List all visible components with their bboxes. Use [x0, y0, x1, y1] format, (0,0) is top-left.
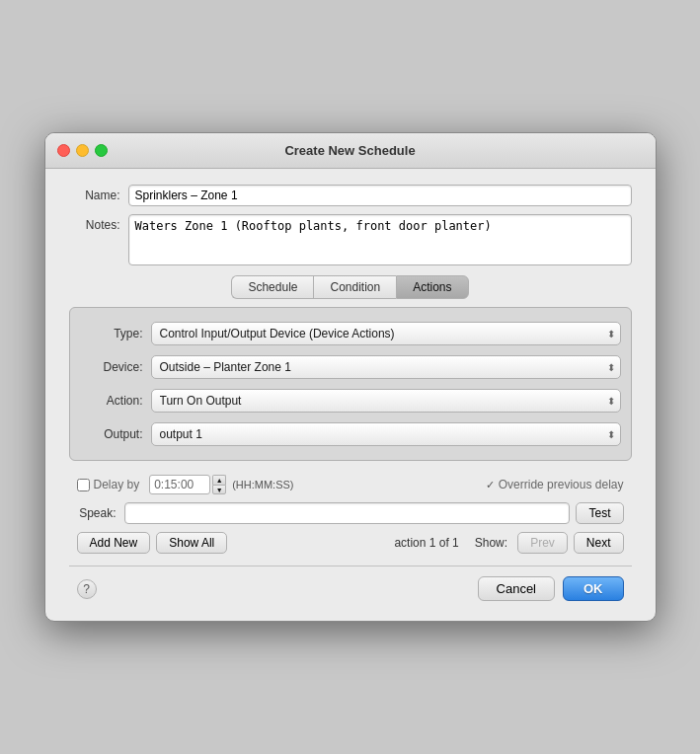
bottom-area: Delay by ▲ ▼ (HH:MM:SS) Override previou… [69, 469, 632, 558]
output-row: Output: output 1 ⬍ [80, 422, 621, 446]
titlebar: Create New Schedule [45, 133, 656, 169]
test-button[interactable]: Test [576, 502, 623, 524]
action-select-wrapper: Turn On Output ⬍ [151, 389, 621, 413]
device-select-wrapper: Outside – Planter Zone 1 ⬍ [151, 355, 621, 379]
help-button[interactable]: ? [77, 579, 97, 599]
delay-checkbox-label: Delay by [77, 478, 140, 491]
show-all-button[interactable]: Show All [156, 532, 227, 554]
stepper-down[interactable]: ▼ [212, 485, 226, 494]
ok-button[interactable]: OK [563, 576, 624, 601]
window-body: Name: Notes: Waters Zone 1 (Rooftop plan… [45, 169, 656, 621]
hms-label: (HH:MM:SS) [232, 479, 293, 490]
override-label: Override previous delay [486, 478, 624, 491]
output-select[interactable]: output 1 [151, 422, 621, 446]
minimize-button[interactable] [76, 144, 89, 157]
override-check-icon [486, 478, 495, 491]
next-button[interactable]: Next [574, 532, 624, 554]
type-select[interactable]: Control Input/Output Device (Device Acti… [151, 322, 621, 345]
notes-row: Notes: Waters Zone 1 (Rooftop plants, fr… [69, 214, 632, 265]
close-button[interactable] [57, 144, 70, 157]
footer-buttons: ? Cancel OK [69, 566, 632, 605]
window-title: Create New Schedule [284, 143, 415, 158]
traffic-lights [57, 144, 108, 157]
tab-schedule[interactable]: Schedule [231, 275, 313, 299]
delay-label-text: Delay by [94, 478, 140, 491]
action-nav-row: Add New Show All action 1 of 1 Show: Pre… [77, 532, 624, 554]
tabs-row: Schedule Condition Actions [69, 275, 632, 299]
device-label: Device: [80, 360, 151, 374]
speak-row: Speak: Test [77, 502, 624, 524]
notes-label: Notes: [69, 218, 128, 232]
footer-right-buttons: Cancel OK [478, 576, 624, 601]
type-label: Type: [80, 327, 151, 340]
delay-time-group: ▲ ▼ (HH:MM:SS) [149, 475, 293, 494]
device-select[interactable]: Outside – Planter Zone 1 [151, 355, 621, 379]
prev-button[interactable]: Prev [517, 532, 568, 554]
main-window: Create New Schedule Name: Notes: Waters … [44, 132, 657, 622]
output-label: Output: [80, 427, 151, 441]
cancel-button[interactable]: Cancel [478, 576, 555, 601]
action-select[interactable]: Turn On Output [151, 389, 621, 413]
action-row: Action: Turn On Output ⬍ [80, 389, 621, 413]
tab-actions[interactable]: Actions [396, 275, 468, 299]
override-text: Override previous delay [499, 478, 624, 491]
delay-time-input[interactable] [149, 475, 210, 494]
delay-stepper[interactable]: ▲ ▼ [212, 475, 226, 494]
delay-row: Delay by ▲ ▼ (HH:MM:SS) Override previou… [77, 475, 624, 494]
name-row: Name: [69, 185, 632, 206]
notes-input[interactable]: Waters Zone 1 (Rooftop plants, front doo… [128, 214, 632, 265]
add-new-button[interactable]: Add New [77, 532, 151, 554]
action-label: Action: [80, 394, 151, 408]
speak-label: Speak: [77, 506, 124, 520]
actions-panel: Type: Control Input/Output Device (Devic… [69, 307, 632, 461]
output-select-wrapper: output 1 ⬍ [151, 422, 621, 446]
name-input[interactable] [128, 185, 632, 206]
tab-condition[interactable]: Condition [313, 275, 396, 299]
delay-checkbox[interactable] [77, 479, 90, 491]
device-row: Device: Outside – Planter Zone 1 ⬍ [80, 355, 621, 379]
action-info: action 1 of 1 [394, 536, 458, 550]
show-label: Show: [475, 536, 507, 550]
maximize-button[interactable] [95, 144, 108, 157]
type-row: Type: Control Input/Output Device (Devic… [80, 322, 621, 345]
stepper-up[interactable]: ▲ [212, 475, 226, 485]
name-label: Name: [69, 188, 128, 202]
type-select-wrapper: Control Input/Output Device (Device Acti… [151, 322, 621, 345]
speak-input[interactable] [124, 502, 571, 524]
